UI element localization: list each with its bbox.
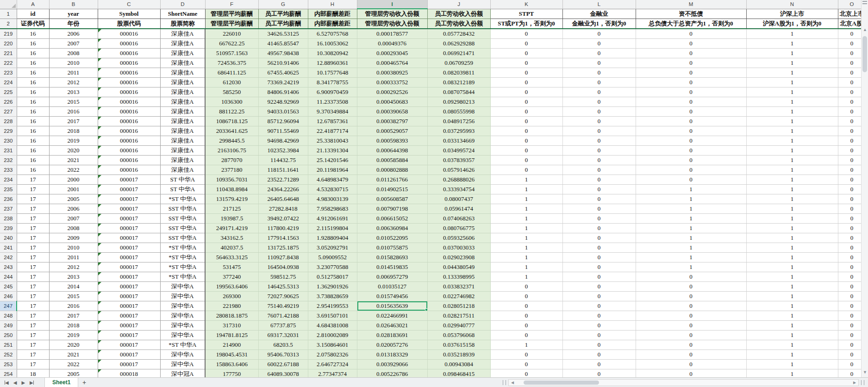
cell-K225[interactable]: 0	[490, 87, 562, 97]
header-row1-cell-L[interactable]: 金融业	[562, 9, 636, 19]
column-header-H[interactable]: H	[308, 0, 357, 9]
column-header-K[interactable]: K	[490, 0, 562, 9]
scroll-up-icon[interactable]: ▲	[862, 27, 868, 32]
cell-F249[interactable]: 317310	[205, 321, 258, 331]
cell-K233[interactable]: 0	[490, 165, 562, 175]
cell-K240[interactable]: 1	[490, 233, 562, 243]
cell-C252[interactable]: 000017	[98, 350, 160, 360]
cell-G252[interactable]: 95406.70313	[258, 350, 308, 360]
cell-A242[interactable]: 17	[17, 253, 49, 262]
cell-K248[interactable]: 0	[490, 311, 562, 321]
cell-A252[interactable]: 17	[17, 350, 49, 360]
column-header-C[interactable]: C	[98, 0, 160, 9]
cell-C235[interactable]: 000017	[98, 185, 160, 194]
cell-K245[interactable]: 0	[490, 282, 562, 292]
cell-O244[interactable]: 0	[838, 272, 861, 282]
cell-H247[interactable]: 2.954199553	[308, 301, 357, 311]
cell-L248[interactable]: 0	[562, 311, 636, 321]
cell-O240[interactable]: 0	[838, 233, 861, 243]
cell-N219[interactable]: 1	[746, 29, 838, 39]
cell-K242[interactable]: 1	[490, 253, 562, 262]
cell-A250[interactable]: 17	[17, 331, 49, 340]
cell-F229[interactable]: 2033641.625	[205, 126, 258, 136]
cell-A229[interactable]: 16	[17, 126, 49, 136]
cell-H253[interactable]: 2.646727324	[308, 360, 357, 369]
cell-G230[interactable]: 94698.42969	[258, 136, 308, 146]
cell-M248[interactable]: 0	[636, 311, 746, 321]
cell-O254[interactable]: 0	[838, 369, 861, 378]
header-row2-cell-N[interactable]: 沪深A股为1，否则为0	[746, 19, 838, 29]
header-row1-cell-I[interactable]: 管理层劳动收入份额	[357, 9, 427, 19]
cell-B254[interactable]: 2005	[49, 369, 98, 378]
cell-J242[interactable]: 0.029023908	[427, 253, 490, 262]
cell-M251[interactable]: 0	[636, 340, 746, 350]
column-header-J[interactable]: J	[427, 0, 490, 9]
cell-J252[interactable]: 0.035218939	[427, 350, 490, 360]
cell-O251[interactable]: 0	[838, 340, 861, 350]
cell-N226[interactable]: 1	[746, 97, 838, 107]
cell-I238[interactable]: 0.006615052	[357, 214, 427, 224]
header-row2-cell-H[interactable]: 内部薪酬差距	[308, 19, 357, 29]
cell-L226[interactable]: 0	[562, 97, 636, 107]
cell-L221[interactable]: 0	[562, 49, 636, 58]
cell-K234[interactable]: 1	[490, 175, 562, 185]
row-number-234[interactable]: 234	[0, 175, 17, 185]
cell-N228[interactable]: 1	[746, 117, 838, 126]
cell-J226[interactable]: 0.092980213	[427, 97, 490, 107]
cell-G243[interactable]: 164504.0938	[258, 262, 308, 272]
cell-K238[interactable]: 1	[490, 214, 562, 224]
cell-C231[interactable]: 000016	[98, 146, 160, 156]
cell-C253[interactable]: 000017	[98, 360, 160, 369]
cell-I234[interactable]: 0.011261766	[357, 175, 427, 185]
cell-A248[interactable]: 17	[17, 311, 49, 321]
cell-K247[interactable]: 0	[490, 301, 562, 311]
cell-A251[interactable]: 17	[17, 340, 49, 350]
cell-L253[interactable]: 0	[562, 360, 636, 369]
cell-M220[interactable]: 0	[636, 39, 746, 49]
cell-I253[interactable]: 0.003929066	[357, 360, 427, 369]
cell-K246[interactable]: 0	[490, 292, 562, 301]
cell-I219[interactable]: 0.000178577	[357, 29, 427, 39]
horizontal-split-handle-left[interactable]	[503, 380, 506, 385]
cell-F239[interactable]: 249171.4219	[205, 224, 258, 233]
cell-B246[interactable]: 2015	[49, 292, 98, 301]
cell-O225[interactable]: 0	[838, 87, 861, 97]
cell-B242[interactable]: 2011	[49, 253, 98, 262]
cell-K222[interactable]: 0	[490, 58, 562, 68]
cell-N221[interactable]: 1	[746, 49, 838, 58]
cell-A235[interactable]: 17	[17, 185, 49, 194]
cell-A221[interactable]: 16	[17, 49, 49, 58]
cell-H221[interactable]: 10.30820942	[308, 49, 357, 58]
cell-I239[interactable]: 0.006360984	[357, 224, 427, 233]
cell-J243[interactable]: 0.044380549	[427, 262, 490, 272]
cell-G237[interactable]: 27282.8418	[258, 204, 308, 214]
row-number-230[interactable]: 230	[0, 136, 17, 146]
cell-M241[interactable]: 1	[636, 243, 746, 253]
cell-D247[interactable]: 深中华A	[160, 301, 205, 311]
header-row1-cell-G[interactable]: 员工平均薪酬	[258, 9, 308, 19]
cell-L243[interactable]: 0	[562, 262, 636, 272]
column-header-D[interactable]: D	[160, 0, 205, 9]
cell-N246[interactable]: 1	[746, 292, 838, 301]
cell-O249[interactable]: 0	[838, 321, 861, 331]
cell-J225[interactable]: 0.087075844	[427, 87, 490, 97]
cell-I222[interactable]: 0.000465764	[357, 58, 427, 68]
cell-H228[interactable]: 12.67857361	[308, 117, 357, 126]
cell-D243[interactable]: *ST 中华A	[160, 262, 205, 272]
cell-J251[interactable]: 0.037615158	[427, 340, 490, 350]
cell-N220[interactable]: 1	[746, 39, 838, 49]
cell-H232[interactable]: 25.14201546	[308, 156, 357, 165]
header-row1-cell-O[interactable]: 北京上市	[838, 9, 861, 19]
cell-J241[interactable]: 0.037003033	[427, 243, 490, 253]
horizontal-scrollbar[interactable]: ◀ ▶	[508, 379, 859, 386]
header-row2-cell-C[interactable]: 股票代码	[98, 19, 160, 29]
cell-I225[interactable]: 0.000292526	[357, 87, 427, 97]
cell-L230[interactable]: 0	[562, 136, 636, 146]
cell-J237[interactable]: 0.05961474	[427, 204, 490, 214]
cell-N252[interactable]: 1	[746, 350, 838, 360]
cell-O221[interactable]: 0	[838, 49, 861, 58]
cell-I221[interactable]: 0.000293045	[357, 49, 427, 58]
cell-G239[interactable]: 117800.4219	[258, 224, 308, 233]
cell-G220[interactable]: 41465.85547	[258, 39, 308, 49]
cell-K224[interactable]: 0	[490, 78, 562, 87]
